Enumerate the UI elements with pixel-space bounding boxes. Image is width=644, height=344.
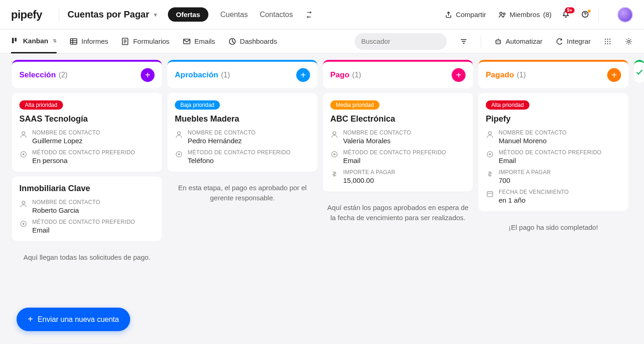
column-message: Aquí llegan todas las solicitudes de pag… — [12, 246, 162, 269]
field-label: NOMBRE DE CONTACTO — [499, 129, 621, 136]
field-value: en 1 año — [499, 196, 621, 204]
card-field: MÉTODO DE CONTACTO PREFERIDO En persona — [19, 149, 155, 164]
column-message: En esta etapa, el pago es aprobado por e… — [167, 176, 317, 210]
field-label: MÉTODO DE CONTACTO PREFERIDO — [499, 149, 621, 156]
column-title: Aprobación — [175, 70, 218, 79]
field-value: 15,000.00 — [343, 176, 466, 184]
tab-label: Kanban — [23, 37, 48, 45]
field-label: FECHA DE VENCIMIENTO — [499, 189, 621, 195]
tab-informes[interactable]: Informes — [69, 29, 108, 53]
kanban-card[interactable]: Media prioridad ABC Electrónica NOMBRE D… — [323, 93, 473, 192]
field-value: Email — [499, 157, 621, 164]
tab-formularios[interactable]: Formularios — [121, 29, 169, 53]
workspace-name: Cuentas por Pagar — [68, 9, 150, 20]
people-icon — [498, 11, 506, 19]
card-field: MÉTODO DE CONTACTO PREFERIDO Email — [19, 219, 155, 234]
column-count: (1) — [517, 71, 526, 79]
nav-link-contactos[interactable]: Contactos — [260, 11, 293, 19]
priority-badge: Baja prioridad — [175, 100, 220, 110]
priority-badge: Media prioridad — [330, 100, 380, 110]
target-icon — [330, 149, 339, 164]
share-button[interactable]: Compartir — [444, 11, 486, 19]
kanban-card[interactable]: Baja prioridad Muebles Madera NOMBRE DE … — [167, 93, 317, 172]
column-title: Pagado — [486, 70, 514, 79]
automate-button[interactable]: Automatizar — [494, 37, 542, 46]
add-card-button[interactable]: + — [141, 68, 155, 82]
column-pagado: Pagado(1) + Alta prioridad Pipefy NOMBRE… — [478, 60, 628, 239]
new-account-button[interactable]: + Enviar una nueva cuenta — [17, 308, 130, 331]
kanban-card[interactable]: Inmobiliaria Clave NOMBRE DE CONTACTO Ro… — [12, 176, 162, 241]
column-count: (1) — [221, 71, 230, 79]
field-value: Pedro Hernández — [188, 137, 310, 145]
nav-pill-active[interactable]: Ofertas — [168, 7, 209, 22]
share-icon — [444, 11, 453, 19]
field-label: NOMBRE DE CONTACTO — [32, 129, 155, 136]
field-label: NOMBRE DE CONTACTO — [32, 199, 155, 205]
nav-link-cuentas[interactable]: Cuentas — [220, 11, 248, 19]
target-icon — [19, 149, 28, 164]
fab-label: Enviar una nueva cuenta — [38, 315, 119, 324]
settings-button[interactable] — [625, 37, 633, 46]
dollar-icon — [330, 169, 339, 184]
integrate-label: Integrar — [567, 37, 591, 45]
field-label: MÉTODO DE CONTACTO PREFERIDO — [343, 149, 466, 156]
priority-badge: Alta prioridad — [19, 100, 63, 110]
card-field: MÉTODO DE CONTACTO PREFERIDO Email — [330, 149, 466, 164]
column-count: (2) — [58, 71, 68, 79]
swap-icon[interactable] — [305, 11, 313, 19]
tab-label: Informes — [81, 37, 108, 45]
filter-icon — [460, 37, 468, 46]
apps-button[interactable] — [604, 37, 612, 46]
user-icon — [19, 199, 28, 214]
logo[interactable]: pipefy — [11, 8, 42, 21]
search-input[interactable] — [361, 37, 448, 45]
column-pago: Pago(1) + Media prioridad ABC Electrónic… — [323, 60, 473, 229]
field-value: Teléfono — [188, 157, 310, 164]
search-box[interactable] — [355, 33, 447, 50]
column-header: Aprobación(1) + — [167, 60, 317, 88]
column-header: Selección(2) + — [12, 60, 162, 88]
workspace-selector[interactable]: Cuentas por Pagar ▾ — [68, 9, 157, 20]
automate-label: Automatizar — [506, 37, 542, 45]
target-icon — [175, 149, 183, 164]
dash-icon — [228, 37, 236, 46]
gear-icon — [625, 37, 633, 46]
field-label: NOMBRE DE CONTACTO — [343, 129, 466, 136]
header: pipefy Cuentas por Pagar ▾ Ofertas Cuent… — [0, 0, 644, 29]
filter-button[interactable] — [460, 37, 468, 46]
column-count: (1) — [352, 71, 362, 79]
grid-icon — [604, 37, 612, 46]
notifications-button[interactable]: 9+ — [562, 10, 571, 19]
kanban-card[interactable]: Alta prioridad Pipefy NOMBRE DE CONTACTO… — [478, 93, 628, 211]
tab-dashboards[interactable]: Dashboards — [228, 29, 277, 53]
column-header: Pagado(1) + — [478, 60, 628, 88]
card-field: MÉTODO DE CONTACTO PREFERIDO Teléfono — [175, 149, 310, 164]
column-title: Pago — [330, 70, 350, 79]
card-title: ABC Electrónica — [330, 114, 466, 124]
field-label: MÉTODO DE CONTACTO PREFERIDO — [188, 149, 310, 156]
check-icon — [635, 68, 644, 76]
user-icon — [175, 129, 183, 145]
column-header — [634, 60, 644, 83]
field-value: Guillerme Lopez — [32, 137, 155, 145]
add-card-button[interactable]: + — [296, 68, 310, 82]
notification-badge: 9+ — [565, 7, 575, 13]
integrate-button[interactable]: Integrar — [555, 37, 591, 46]
tab-kanban[interactable]: Kanban⇅ — [11, 29, 57, 53]
add-card-button[interactable]: + — [452, 68, 466, 82]
add-card-button[interactable]: + — [607, 68, 621, 82]
form-icon — [121, 37, 129, 46]
field-value: 700 — [499, 176, 621, 184]
dollar-icon — [486, 169, 494, 184]
kanban-card[interactable]: Alta prioridad SAAS Tecnología NOMBRE DE… — [12, 93, 162, 172]
field-value: Email — [32, 226, 155, 234]
field-label: IMPORTE A PAGAR — [499, 169, 621, 175]
user-avatar[interactable] — [617, 7, 633, 23]
members-button[interactable]: Miembros (8) — [498, 11, 552, 19]
mail-icon — [183, 37, 191, 46]
plus-icon: + — [28, 314, 33, 325]
tab-emails[interactable]: Emails — [183, 29, 215, 53]
help-button[interactable] — [581, 10, 590, 19]
field-label: MÉTODO DE CONTACTO PREFERIDO — [32, 149, 155, 156]
refresh-icon — [555, 37, 564, 46]
